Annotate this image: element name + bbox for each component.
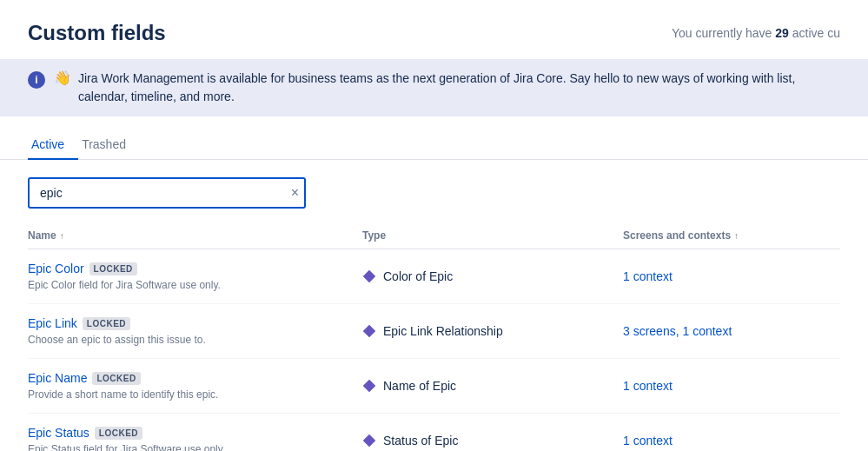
diamond-icon bbox=[362, 434, 376, 448]
context-link[interactable]: 3 screens, 1 context bbox=[623, 324, 732, 338]
type-cell: Color of Epic bbox=[362, 269, 623, 283]
tabs-section: Active Trashed bbox=[0, 116, 868, 160]
tab-active[interactable]: Active bbox=[28, 130, 78, 160]
field-name-link[interactable]: Epic Link bbox=[28, 316, 77, 330]
field-description: Epic Status field for Jira Software use … bbox=[28, 443, 362, 451]
diamond-icon bbox=[362, 269, 376, 283]
context-link[interactable]: 1 context bbox=[623, 269, 673, 283]
context-link[interactable]: 1 context bbox=[623, 379, 673, 393]
search-input[interactable] bbox=[28, 177, 306, 209]
type-cell: Epic Link Relationship bbox=[362, 324, 623, 338]
locked-badge: LOCKED bbox=[95, 427, 142, 440]
tab-trashed[interactable]: Trashed bbox=[78, 130, 140, 160]
table-row: Epic Name LOCKED Provide a short name to… bbox=[28, 359, 840, 414]
search-clear-button[interactable]: × bbox=[291, 186, 299, 200]
contexts-cell: 3 screens, 1 context bbox=[623, 324, 840, 338]
table-row: Epic Color LOCKED Epic Color field for J… bbox=[28, 249, 840, 304]
context-link[interactable]: 1 context bbox=[623, 434, 673, 448]
diamond-icon bbox=[362, 324, 376, 338]
type-cell: Status of Epic bbox=[362, 434, 623, 448]
screens-sort-icon: ↑ bbox=[734, 231, 739, 241]
col-header-screens: Screens and contexts ↑ bbox=[623, 229, 840, 242]
contexts-cell: 1 context bbox=[623, 434, 840, 448]
type-cell: Name of Epic bbox=[362, 379, 623, 393]
field-name-cell: Epic Status LOCKED Epic Status field for… bbox=[28, 426, 362, 451]
col-header-name: Name ↑ bbox=[28, 229, 362, 242]
field-name-cell: Epic Name LOCKED Provide a short name to… bbox=[28, 371, 362, 401]
info-banner: i 👋 Jira Work Management is available fo… bbox=[0, 59, 868, 116]
page-title: Custom fields bbox=[28, 21, 166, 45]
locked-badge: LOCKED bbox=[89, 262, 137, 275]
info-icon: i bbox=[28, 71, 45, 89]
active-count-text: You currently have 29 active cu bbox=[672, 26, 840, 40]
field-name-cell: Epic Link LOCKED Choose an epic to assig… bbox=[28, 316, 362, 346]
table-row: Epic Link LOCKED Choose an epic to assig… bbox=[28, 304, 840, 359]
table-header: Name ↑ Type Screens and contexts ↑ bbox=[28, 222, 840, 249]
banner-emoji: 👋 bbox=[54, 70, 71, 86]
field-description: Provide a short name to identify this ep… bbox=[28, 388, 362, 401]
contexts-cell: 1 context bbox=[623, 269, 840, 283]
locked-badge: LOCKED bbox=[92, 372, 140, 385]
search-section: × bbox=[0, 160, 868, 222]
field-name-cell: Epic Color LOCKED Epic Color field for J… bbox=[28, 262, 362, 291]
diamond-icon bbox=[362, 379, 376, 393]
table-section: Name ↑ Type Screens and contexts ↑ Epic … bbox=[0, 222, 868, 451]
tabs-container: Active Trashed bbox=[28, 130, 840, 159]
field-description: Choose an epic to assign this issue to. bbox=[28, 334, 362, 346]
name-sort-icon: ↑ bbox=[60, 231, 64, 241]
field-name-link[interactable]: Epic Status bbox=[28, 426, 89, 440]
contexts-cell: 1 context bbox=[623, 379, 840, 393]
field-name-link[interactable]: Epic Color bbox=[28, 262, 84, 275]
locked-badge: LOCKED bbox=[83, 317, 130, 330]
page-header: Custom fields You currently have 29 acti… bbox=[0, 0, 868, 59]
field-name-link[interactable]: Epic Name bbox=[28, 371, 87, 385]
field-description: Epic Color field for Jira Software use o… bbox=[28, 279, 362, 291]
search-wrapper: × bbox=[28, 177, 306, 209]
banner-text: Jira Work Management is available for bu… bbox=[78, 70, 840, 106]
table-row: Epic Status LOCKED Epic Status field for… bbox=[28, 414, 840, 451]
col-header-type: Type bbox=[362, 229, 623, 242]
